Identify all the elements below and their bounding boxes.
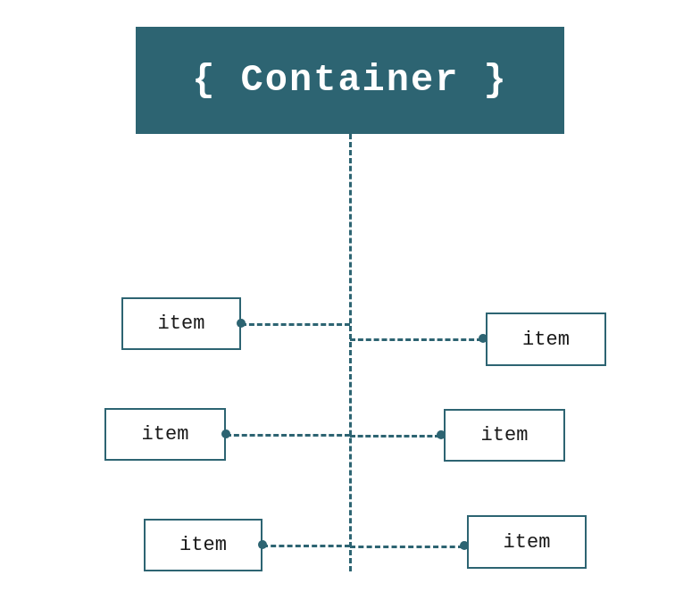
- h-line-right-2: [350, 435, 440, 438]
- h-line-right-1: [350, 338, 482, 341]
- item-label-right-1: item: [522, 329, 570, 351]
- container-label: { Container }: [192, 59, 508, 102]
- item-label-right-3: item: [504, 531, 551, 554]
- h-line-left-3: [262, 545, 350, 547]
- item-label-left-2: item: [142, 423, 189, 446]
- item-label-right-2: item: [481, 424, 529, 446]
- item-left-3: item: [144, 519, 262, 571]
- item-right-2: item: [444, 409, 565, 462]
- h-line-right-3: [350, 546, 463, 548]
- item-label-left-1: item: [158, 312, 205, 335]
- vertical-connector-line: [349, 134, 352, 571]
- item-left-2: item: [104, 408, 226, 461]
- item-label-left-3: item: [179, 534, 227, 556]
- h-line-left-1: [241, 323, 350, 326]
- container-box: { Container }: [136, 27, 564, 134]
- h-line-left-2: [226, 434, 350, 437]
- item-left-1: item: [121, 297, 241, 350]
- item-right-3: item: [467, 515, 587, 569]
- item-right-1: item: [486, 312, 606, 366]
